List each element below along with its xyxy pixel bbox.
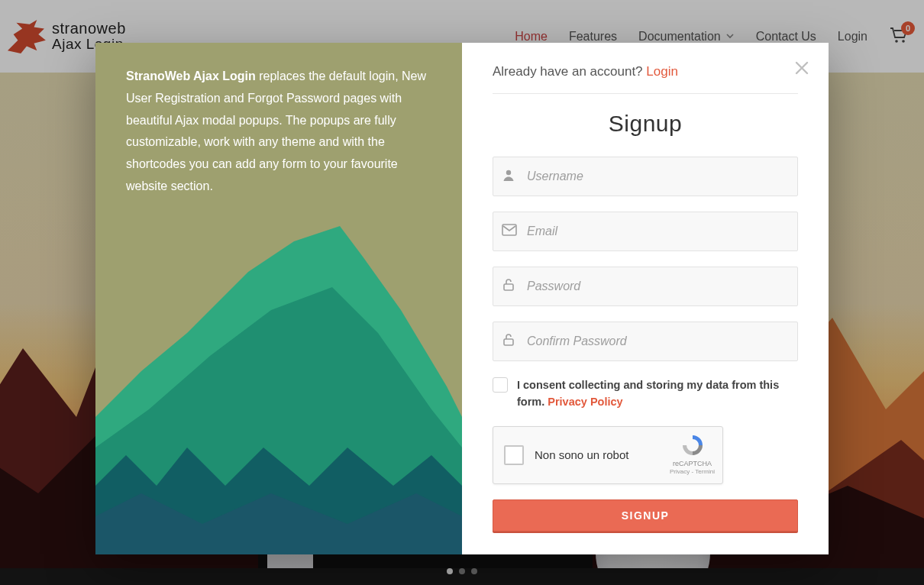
signup-modal: StranoWeb Ajax Login replaces the defaul… [95,43,829,554]
consent-label: I consent collecting and storing my data… [517,377,798,411]
svg-rect-5 [504,284,513,290]
recaptcha-logo-icon [680,451,706,458]
confirm-password-input[interactable] [493,322,798,361]
svg-point-3 [506,170,511,175]
recaptcha-widget: Non sono un robot reCAPTCHA Privacy - Te… [493,426,723,484]
already-text: Already have an account? [493,64,646,79]
divider [493,93,798,94]
modal-form-panel: Already have an account? Login Signup [462,43,829,554]
recaptcha-brand: reCAPTCHA Privacy - Termini [670,434,715,477]
close-icon [793,66,810,79]
email-field-wrap [493,212,798,251]
password-field-wrap [493,267,798,306]
password-input[interactable] [493,267,798,306]
already-have-account: Already have an account? Login [493,64,798,79]
recaptcha-brand-text: reCAPTCHA [670,460,715,469]
promo-bold: StranoWeb Ajax Login [126,69,256,82]
modal-promo-panel: StranoWeb Ajax Login replaces the defaul… [95,43,462,554]
consent-checkbox[interactable] [493,377,508,393]
recaptcha-checkbox[interactable] [504,445,524,465]
modal-promo-copy: StranoWeb Ajax Login replaces the defaul… [95,43,462,198]
user-icon [502,168,515,185]
unlock-icon [502,278,515,295]
signup-title: Signup [493,111,798,137]
username-input[interactable] [493,157,798,196]
privacy-policy-link[interactable]: Privacy Policy [548,396,622,408]
signup-button[interactable]: SIGNUP [493,499,798,532]
email-input[interactable] [493,212,798,251]
envelope-icon [502,224,517,239]
mountain-illustration [95,218,462,554]
confirm-password-field-wrap [493,322,798,361]
username-field-wrap [493,157,798,196]
login-link[interactable]: Login [646,64,678,79]
recaptcha-label: Non sono un robot [535,448,659,461]
consent-row: I consent collecting and storing my data… [493,377,798,411]
close-button[interactable] [793,60,810,79]
unlock-icon [502,333,515,350]
promo-rest: replaces the default login, New User Reg… [126,69,426,192]
svg-rect-6 [504,339,513,345]
recaptcha-privacy-terms: Privacy - Termini [670,468,715,476]
